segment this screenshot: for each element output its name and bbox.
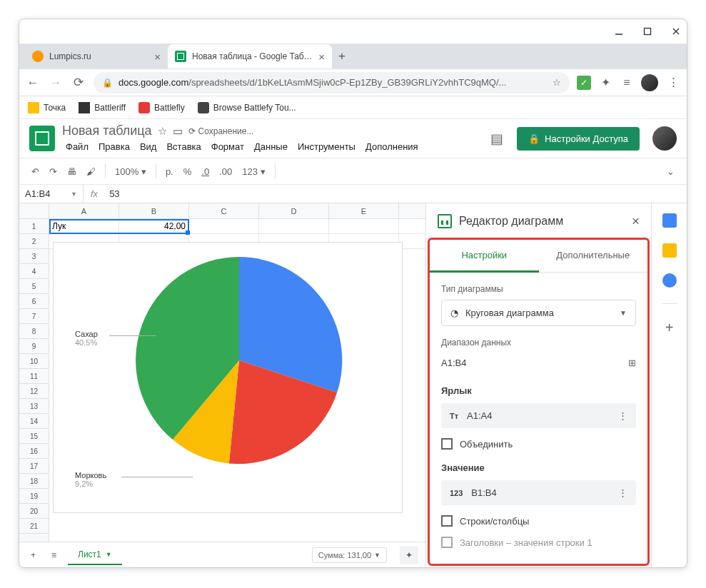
tasks-app-icon[interactable] [662, 273, 677, 288]
col-header-c[interactable]: C [189, 203, 259, 218]
more-icon[interactable]: ⋮ [618, 487, 627, 498]
extension-puzzle-icon[interactable]: ✦ [598, 76, 612, 90]
aggregate-checkbox[interactable]: Объединить [441, 438, 636, 450]
menu-format[interactable]: Формат [208, 140, 248, 153]
tab-title: Lumpics.ru [49, 51, 148, 61]
chevron-down-icon: ▼ [620, 309, 627, 317]
undo-button[interactable]: ↶ [28, 163, 43, 180]
value-range-chip[interactable]: 123 B1:B4 ⋮ [441, 480, 636, 505]
keep-app-icon[interactable] [662, 243, 677, 258]
address-bar[interactable]: 🔒 docs.google.com/spreadsheets/d/1bKeLtA… [94, 72, 570, 93]
bookmark-battlefly[interactable]: Battlefly [138, 102, 185, 113]
comments-button[interactable]: ▤ [484, 126, 510, 151]
select-all-corner[interactable] [19, 203, 49, 218]
bookmark-battleriff[interactable]: Battleriff [79, 102, 126, 113]
text-type-icon: Тт [450, 412, 458, 420]
menu-view[interactable]: Вид [136, 140, 161, 153]
tab-customize[interactable]: Дополнительные [539, 240, 648, 272]
url-text: docs.google.com/spreadsheets/d/1bKeLtAsm… [118, 77, 506, 88]
sum-indicator[interactable]: Сумма: 131,00 ▼ [312, 547, 387, 563]
close-tab-icon[interactable]: × [318, 51, 325, 63]
browser-tab-sheets[interactable]: Новая таблица - Google Таблицы × [168, 44, 332, 69]
sheets-favicon [175, 51, 186, 62]
star-doc-icon[interactable]: ☆ [158, 125, 167, 138]
star-icon[interactable]: ☆ [553, 77, 561, 88]
add-sheet-button[interactable]: + [26, 547, 40, 563]
new-tab-button[interactable]: + [332, 49, 352, 64]
label-range-chip[interactable]: Тт A1:A4 ⋮ [441, 403, 636, 428]
back-button[interactable]: ← [25, 76, 41, 90]
number-type-icon: 123 [450, 489, 463, 497]
browser-tab-lumpics[interactable]: Lumpics.ru × [25, 44, 168, 69]
col-header-e[interactable]: E [329, 203, 399, 218]
tab-title: Новая таблица - Google Таблицы [192, 51, 313, 61]
print-button[interactable]: 🖶 [64, 163, 80, 180]
cell-b1[interactable]: 42,00 [119, 219, 189, 233]
forward-button[interactable]: → [48, 76, 64, 90]
chart-type-select[interactable]: ◔ Круговая диаграмма ▼ [441, 300, 636, 326]
grid-select-icon[interactable]: ⊞ [628, 358, 636, 368]
menu-tools[interactable]: Инструменты [294, 140, 359, 153]
add-app-button[interactable]: + [665, 320, 674, 336]
window-titlebar [19, 19, 687, 44]
chrome-menu-button[interactable]: ⋮ [665, 75, 681, 90]
row-header[interactable]: 1 [19, 219, 49, 234]
bookmark-tochka[interactable]: Точка [28, 102, 66, 113]
col-header-a[interactable]: A [49, 203, 119, 218]
switch-rows-cols-checkbox[interactable]: Строки/столбцы [441, 515, 636, 527]
lock-icon: 🔒 [102, 78, 113, 88]
spreadsheet-grid[interactable]: A B C D E 123456789101112131415161718192… [19, 203, 425, 542]
pie-chart[interactable]: Сахар 40,5% Морковь 9,2% [53, 242, 403, 513]
explore-button[interactable]: ✦ [400, 546, 418, 564]
number-format-button[interactable]: 123 ▾ [238, 163, 268, 180]
currency-button[interactable]: р. [162, 163, 177, 180]
data-range-label: Диапазон данных [441, 338, 636, 348]
maximize-button[interactable] [642, 26, 652, 36]
menu-file[interactable]: Файл [62, 140, 92, 153]
checkbox-icon [441, 438, 453, 450]
name-box[interactable]: A1:B4 ▼ [19, 185, 84, 203]
paint-format-button[interactable]: 🖌 [83, 163, 99, 180]
cell-a1[interactable]: Лук [49, 219, 119, 233]
tab-setup[interactable]: Настройки [430, 240, 539, 273]
more-icon[interactable]: ⋮ [618, 410, 627, 421]
sheet-tab-1[interactable]: Лист1 ▼ [68, 545, 122, 565]
menu-addons[interactable]: Дополнения [362, 140, 422, 153]
checkbox-icon [441, 515, 453, 527]
move-doc-icon[interactable]: ▭ [173, 125, 183, 138]
sheet-tabs-bar: + ≡ Лист1 ▼ Сумма: 131,00 ▼ ✦ [19, 542, 425, 567]
close-tab-icon[interactable]: × [154, 51, 161, 63]
sheets-logo-icon[interactable] [29, 126, 55, 151]
account-avatar[interactable] [652, 126, 677, 151]
menu-data[interactable]: Данные [251, 140, 291, 153]
col-header-b[interactable]: B [119, 203, 189, 218]
close-window-button[interactable] [671, 26, 681, 36]
reload-button[interactable]: ⟳ [71, 75, 86, 90]
formula-input[interactable]: 53 [105, 188, 123, 199]
minimize-button[interactable] [614, 26, 624, 36]
all-sheets-button[interactable]: ≡ [47, 547, 61, 563]
col-header-d[interactable]: D [259, 203, 329, 218]
data-range-input[interactable]: A1:B4 ⊞ [441, 353, 636, 372]
menu-bar: Файл Правка Вид Вставка Формат Данные Ин… [62, 140, 477, 153]
headers-row-checkbox[interactable]: Заголовки – значения строки 1 [441, 537, 636, 548]
redo-button[interactable]: ↷ [46, 163, 61, 180]
chart-editor-panel: Редактор диаграмм × Настройки Дополнител… [425, 203, 651, 567]
cells-area[interactable]: Лук42,00 Сахар [49, 219, 425, 542]
extension-check-icon[interactable]: ✓ [577, 76, 591, 90]
toolbar-more-button[interactable]: ⌄ [663, 163, 678, 180]
value-heading: Значение [441, 462, 636, 473]
bookmark-battlefy[interactable]: Browse Battlefy Tou... [198, 102, 296, 113]
extension-list-icon[interactable]: ≡ [620, 76, 634, 90]
dec-decrease-button[interactable]: .0 [198, 163, 213, 180]
percent-button[interactable]: % [180, 163, 196, 180]
doc-title[interactable]: Новая таблица [62, 123, 152, 138]
menu-edit[interactable]: Правка [95, 140, 133, 153]
dec-increase-button[interactable]: .00 [216, 163, 236, 180]
close-editor-button[interactable]: × [632, 213, 640, 229]
menu-insert[interactable]: Вставка [163, 140, 204, 153]
calendar-app-icon[interactable] [662, 213, 677, 228]
zoom-select[interactable]: 100% ▾ [111, 163, 150, 180]
share-button[interactable]: 🔒 Настройки Доступа [517, 127, 640, 151]
profile-avatar[interactable] [641, 74, 658, 91]
